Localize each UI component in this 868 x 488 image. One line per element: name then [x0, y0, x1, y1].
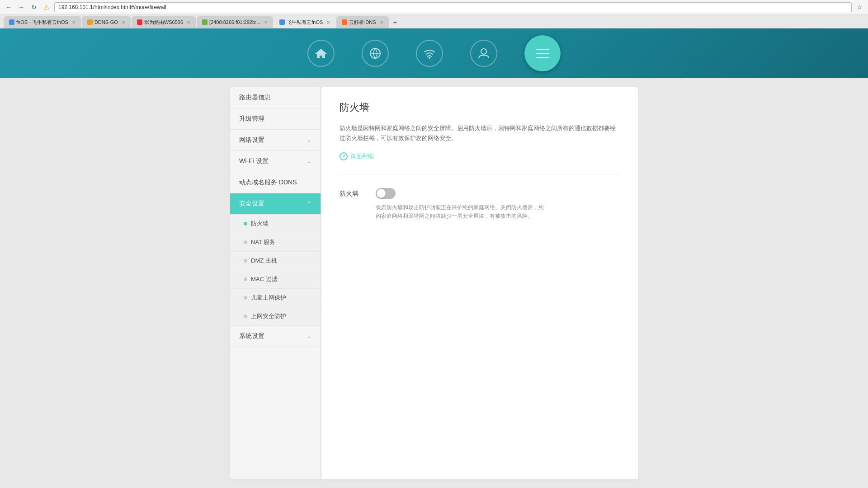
reload-button[interactable]: ↻: [29, 2, 39, 12]
dot-icon-nat: [244, 240, 247, 244]
tab-favicon-dns: [342, 19, 347, 25]
sidebar-label-system: 系统设置: [239, 332, 264, 340]
tab-dns[interactable]: 云解析·DNS ✕: [336, 16, 388, 28]
submenu-label-dmz: DMZ 主机: [251, 257, 277, 265]
submenu-item-dmz[interactable]: DMZ 主机: [230, 252, 321, 270]
dot-icon-online-safety: [244, 314, 247, 318]
help-icon: ?: [340, 152, 348, 160]
tab-label-huawei: 华为路由WS6506: [144, 19, 183, 26]
tab-ipv6[interactable]: [2408:8266:f01:292b:... ✕: [197, 16, 273, 28]
wifi-icon: [416, 40, 443, 67]
tab-close-ddns[interactable]: ✕: [122, 20, 125, 25]
chevron-down-icon-wifi: ⌄: [307, 158, 311, 164]
submenu-item-firewall[interactable]: 防火墙: [230, 215, 321, 233]
chevron-up-icon: ⌃: [307, 201, 311, 207]
globe-icon: [362, 40, 389, 67]
tab-label-dns: 云解析·DNS: [349, 19, 376, 26]
tab-label-fnos1: fnOS - 飞牛私有云fnOS: [16, 19, 68, 26]
firewall-setting-row: 防火墙 状态防火墙和攻击防护功能正在保护您的家庭网络。关闭防火墙后，您的家庭网络…: [340, 188, 620, 221]
tab-favicon-fnos2: [279, 19, 285, 25]
dot-icon-mac: [244, 277, 247, 281]
forward-button[interactable]: →: [16, 2, 26, 12]
tab-close-huawei[interactable]: ✕: [187, 20, 190, 25]
browser-chrome: ← → ↻ ⚠ ☆ fnOS - 飞牛私有云fnOS ✕ DDNS-GO ✕ 华…: [0, 0, 868, 28]
sidebar-item-security[interactable]: 安全设置 ⌃: [230, 193, 321, 215]
chevron-down-icon-system: ⌄: [307, 333, 311, 339]
browser-tabs: fnOS - 飞牛私有云fnOS ✕ DDNS-GO ✕ 华为路由WS6506 …: [0, 14, 868, 28]
nav-icons: [307, 35, 561, 71]
tab-huawei[interactable]: 华为路由WS6506 ✕: [132, 16, 196, 28]
top-nav: [0, 28, 868, 78]
sidebar-item-system[interactable]: 系统设置 ⌄: [230, 326, 321, 347]
dot-icon-dmz: [244, 259, 247, 263]
submenu-item-mac[interactable]: MAC 过滤: [230, 270, 321, 289]
address-bar[interactable]: [54, 2, 852, 12]
menu-lines-icon: [536, 49, 549, 58]
bookmark-button[interactable]: ☆: [854, 2, 864, 12]
sidebar-item-upgrade[interactable]: 升级管理: [230, 108, 321, 130]
user-icon: [470, 40, 497, 67]
chevron-down-icon: ⌄: [307, 137, 311, 143]
toggle-knob: [377, 189, 386, 198]
tab-fnos1[interactable]: fnOS - 飞牛私有云fnOS ✕: [4, 16, 81, 28]
submenu-item-online-safety[interactable]: 上网安全防护: [230, 307, 321, 326]
help-link[interactable]: ? 页面帮助: [340, 152, 620, 160]
svg-point-3: [481, 49, 486, 54]
content-area: 防火墙 防火墙是因特网和家庭网络之间的安全屏障。启用防火墙后，因特网和家庭网络之…: [321, 87, 638, 479]
tab-close-dns[interactable]: ✕: [380, 20, 383, 25]
browser-toolbar: ← → ↻ ⚠ ☆: [0, 0, 868, 14]
new-tab-button[interactable]: +: [390, 17, 401, 28]
content-description: 防火墙是因特网和家庭网络之间的安全屏障。启用防火墙后，因特网和家庭网络之间所有的…: [340, 123, 620, 143]
tab-label-ddns: DDNS-GO: [94, 19, 118, 25]
sidebar: 路由器信息 升级管理 网络设置 ⌄ Wi-Fi 设置 ⌄ 动态域名服务 DDNS…: [230, 87, 321, 479]
section-divider: [340, 174, 620, 174]
menu-button[interactable]: [524, 35, 561, 71]
tab-favicon-huawei: [137, 19, 142, 25]
dot-icon-parental: [244, 296, 247, 300]
security-icon: ⚠: [42, 2, 52, 12]
page-title: 防火墙: [340, 101, 620, 114]
tab-label-fnos2: 飞牛私有云fnOS: [287, 19, 323, 26]
sidebar-item-ddns[interactable]: 动态域名服务 DDNS: [230, 172, 321, 193]
sidebar-item-router-info[interactable]: 路由器信息: [230, 87, 321, 108]
home-icon: [307, 40, 335, 67]
sidebar-label-security: 安全设置: [239, 200, 264, 208]
sidebar-label-ddns: 动态域名服务 DDNS: [239, 178, 297, 187]
tab-label-ipv6: [2408:8266:f01:292b:...: [209, 19, 260, 25]
firewall-toggle[interactable]: [376, 188, 396, 199]
submenu-label-nat: NAT 服务: [251, 238, 275, 246]
nav-wifi[interactable]: [416, 40, 443, 67]
help-link-label: 页面帮助: [350, 152, 374, 160]
main-container: 路由器信息 升级管理 网络设置 ⌄ Wi-Fi 设置 ⌄ 动态域名服务 DDNS…: [0, 78, 868, 488]
firewall-label: 防火墙: [340, 188, 367, 198]
tab-favicon-ipv6: [202, 19, 208, 25]
sidebar-label-router-info: 路由器信息: [239, 94, 271, 102]
tab-favicon-ddns: [87, 19, 93, 25]
tab-close-fnos1[interactable]: ✕: [72, 20, 75, 25]
submenu-item-parental[interactable]: 儿童上网保护: [230, 289, 321, 307]
dot-icon-firewall: [244, 222, 247, 225]
tab-ddns[interactable]: DDNS-GO ✕: [82, 16, 131, 28]
firewall-note: 状态防火墙和攻击防护功能正在保护您的家庭网络。关闭防火墙后，您的家庭网络和因特网…: [376, 203, 547, 221]
firewall-control: 状态防火墙和攻击防护功能正在保护您的家庭网络。关闭防火墙后，您的家庭网络和因特网…: [376, 188, 547, 221]
submenu-label-online-safety: 上网安全防护: [251, 312, 286, 320]
submenu-label-parental: 儿童上网保护: [251, 294, 286, 302]
sidebar-label-network: 网络设置: [239, 136, 264, 144]
nav-home[interactable]: [307, 40, 335, 67]
sidebar-label-upgrade: 升级管理: [239, 115, 264, 123]
sidebar-item-network[interactable]: 网络设置 ⌄: [230, 130, 321, 151]
tab-favicon-fnos1: [9, 19, 14, 25]
tab-close-fnos2[interactable]: ✕: [326, 20, 330, 25]
nav-globe[interactable]: [362, 40, 389, 67]
nav-user[interactable]: [470, 40, 497, 67]
submenu-item-nat[interactable]: NAT 服务: [230, 233, 321, 252]
sidebar-label-wifi: Wi-Fi 设置: [239, 157, 269, 165]
tab-fnos2[interactable]: 飞牛私有云fnOS ✕: [274, 16, 335, 28]
submenu-label-firewall: 防火墙: [251, 220, 269, 228]
submenu-label-mac: MAC 过滤: [251, 275, 278, 283]
sidebar-item-wifi[interactable]: Wi-Fi 设置 ⌄: [230, 151, 321, 172]
tab-close-ipv6[interactable]: ✕: [264, 20, 268, 25]
back-button[interactable]: ←: [4, 2, 14, 12]
svg-point-2: [429, 57, 430, 59]
security-submenu: 防火墙 NAT 服务 DMZ 主机 MAC 过滤 儿童上网保护 上网安全防护: [230, 215, 321, 326]
